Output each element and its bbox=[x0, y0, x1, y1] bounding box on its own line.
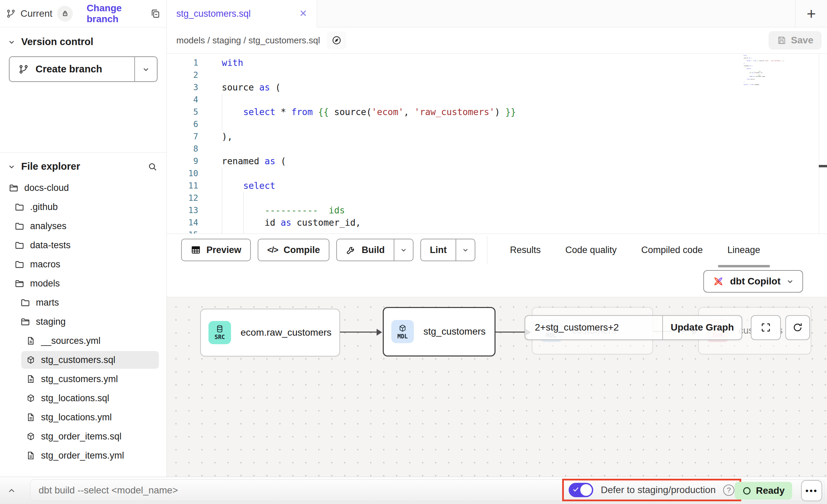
search-icon[interactable] bbox=[147, 162, 158, 172]
selector-input[interactable]: 2+stg_customers+2 bbox=[525, 316, 662, 339]
compile-button[interactable]: </> Compile bbox=[258, 239, 329, 261]
chevron-down-icon bbox=[142, 65, 150, 73]
code-line: 12 bbox=[167, 192, 740, 204]
code-line: 8 bbox=[167, 143, 740, 155]
minimap[interactable]: withsource as ( select * from {{ source(… bbox=[744, 55, 817, 85]
line-number: 12 bbox=[167, 192, 208, 204]
new-tab-button[interactable]: + bbox=[795, 0, 827, 27]
model-badge: MDL bbox=[391, 320, 414, 343]
code-line: 11 select bbox=[167, 180, 740, 192]
git-branch-icon bbox=[6, 9, 16, 18]
file-explorer-header[interactable]: File explorer bbox=[0, 153, 166, 176]
create-branch-button[interactable]: Create branch bbox=[10, 57, 134, 81]
code-line: 5 select * from {{ source('ecom', 'raw_c… bbox=[167, 106, 740, 118]
tree-item-staging[interactable]: staging bbox=[0, 312, 166, 331]
panel-tab-compiled-code[interactable]: Compiled code bbox=[640, 235, 704, 265]
create-branch-caret[interactable] bbox=[134, 57, 157, 81]
copy-icon[interactable] bbox=[150, 9, 160, 19]
git-branch-icon bbox=[18, 64, 29, 74]
tree-item-label: stg_locations.yml bbox=[41, 412, 112, 423]
breadcrumb-row: models / staging / stg_customers.sql Sav… bbox=[167, 27, 827, 54]
panel-tab-code-quality[interactable]: Code quality bbox=[564, 235, 618, 265]
ready-status-badge[interactable]: Ready bbox=[735, 482, 792, 500]
tree-item-macros[interactable]: macros bbox=[0, 255, 166, 274]
lint-caret[interactable] bbox=[456, 239, 475, 261]
tree-item-analyses[interactable]: analyses bbox=[0, 216, 166, 236]
update-graph-button[interactable]: Update Graph bbox=[662, 316, 742, 339]
close-icon[interactable]: ✕ bbox=[299, 9, 307, 18]
tab-stg-customers[interactable]: stg_customers.sql ✕ bbox=[167, 0, 317, 27]
tree-item--github[interactable]: .github bbox=[0, 197, 166, 216]
indent-guide bbox=[222, 94, 222, 106]
lineage-node-stg-customers[interactable]: MDL stg_customers bbox=[383, 307, 496, 356]
help-icon[interactable]: ? bbox=[723, 485, 734, 496]
code-editor[interactable]: 1with23source as (45 select * from {{ so… bbox=[167, 54, 827, 234]
chevron-down-icon bbox=[786, 277, 794, 285]
current-branch-button[interactable]: Current bbox=[6, 6, 73, 22]
tree-item-models[interactable]: models bbox=[0, 274, 166, 293]
dbt-cloud-ide: Current Change branch Version control bbox=[0, 0, 827, 504]
copilot-compass-button[interactable] bbox=[327, 31, 346, 49]
chevron-down-icon bbox=[400, 246, 407, 254]
indent-guide bbox=[243, 192, 244, 204]
refresh-button[interactable] bbox=[785, 315, 810, 340]
fullscreen-button[interactable] bbox=[751, 315, 781, 340]
save-label: Save bbox=[791, 35, 813, 46]
more-options-button[interactable]: ••• bbox=[801, 480, 822, 501]
chevron-up-icon[interactable] bbox=[7, 486, 16, 495]
dbt-copilot-button[interactable]: dbt Copilot bbox=[703, 270, 803, 293]
lineage-node-source[interactable]: SRC ecom.raw_customers bbox=[200, 309, 340, 356]
scrollbar-track[interactable] bbox=[819, 54, 827, 234]
preview-button[interactable]: Preview bbox=[182, 239, 250, 261]
tree-item-stg-locations-sql[interactable]: stg_locations.sql bbox=[0, 389, 166, 408]
tree-item-label: stg_customers.yml bbox=[41, 374, 118, 384]
folder-icon bbox=[14, 240, 25, 250]
panel-tabs: ResultsCode qualityCompiled codeLineage bbox=[509, 235, 761, 265]
lint-split-button: Lint bbox=[420, 239, 475, 261]
code-line: 2 bbox=[167, 69, 740, 81]
tree-item--sources-yml[interactable]: __sources.yml bbox=[0, 331, 166, 350]
indent-guide bbox=[222, 229, 222, 234]
version-control-header[interactable]: Version control bbox=[0, 27, 166, 51]
toolbar-divider bbox=[487, 236, 487, 264]
lineage-canvas[interactable]: SRC ecom.raw_customers MDL stg_customers… bbox=[167, 297, 827, 477]
tree-item-stg-customers-sql[interactable]: stg_customers.sql bbox=[0, 350, 166, 369]
build-caret[interactable] bbox=[394, 239, 413, 261]
lint-button[interactable]: Lint bbox=[421, 239, 456, 261]
scrollbar-thumb[interactable] bbox=[819, 165, 827, 167]
tree-item-stg-customers-yml[interactable]: stg_customers.yml bbox=[0, 369, 166, 389]
cube-icon bbox=[398, 324, 407, 333]
tree-item-label: analyses bbox=[30, 221, 67, 232]
copilot-row: dbt Copilot bbox=[167, 266, 827, 297]
indent-guide bbox=[222, 180, 222, 192]
folder-open-icon bbox=[9, 183, 19, 193]
code-line: 10 bbox=[167, 167, 740, 180]
tree-item-stg-locations-yml[interactable]: stg_locations.yml bbox=[0, 408, 166, 427]
build-button[interactable]: Build bbox=[337, 239, 394, 261]
tree-item-label: macros bbox=[30, 259, 60, 270]
dbt-copilot-icon bbox=[712, 275, 724, 288]
save-button[interactable]: Save bbox=[769, 31, 822, 50]
breadcrumb: models / staging / stg_customers.sql bbox=[176, 35, 320, 46]
create-branch-label: Create branch bbox=[36, 64, 102, 75]
tree-item-stg-order-items-sql[interactable]: stg_order_items.sql bbox=[0, 427, 166, 446]
branch-lock-chip bbox=[57, 6, 73, 22]
wrench-icon bbox=[346, 245, 356, 255]
tree-item-label: .github bbox=[30, 202, 58, 212]
tree-item-docs-cloud[interactable]: docs-cloud bbox=[0, 178, 166, 197]
line-number: 14 bbox=[167, 216, 208, 229]
code-line: 9renamed as ( bbox=[167, 155, 740, 167]
panel-tab-results[interactable]: Results bbox=[509, 235, 542, 265]
lint-label: Lint bbox=[430, 245, 447, 255]
change-branch-link[interactable]: Change branch bbox=[86, 3, 140, 25]
tree-item-label: stg_order_items.yml bbox=[41, 450, 124, 461]
panel-tab-lineage[interactable]: Lineage bbox=[726, 235, 762, 265]
command-placeholder: dbt build --select <model_name> bbox=[39, 485, 178, 496]
tree-item-data-tests[interactable]: data-tests bbox=[0, 236, 166, 255]
status-bar: dbt build --select <model_name> Defer to… bbox=[0, 477, 827, 504]
defer-toggle[interactable] bbox=[569, 483, 593, 497]
fullscreen-icon bbox=[760, 322, 772, 333]
tree-item-label: stg_order_items.sql bbox=[41, 431, 122, 442]
tree-item-stg-order-items-yml[interactable]: stg_order_items.yml bbox=[0, 446, 166, 465]
tree-item-marts[interactable]: marts bbox=[0, 293, 166, 312]
